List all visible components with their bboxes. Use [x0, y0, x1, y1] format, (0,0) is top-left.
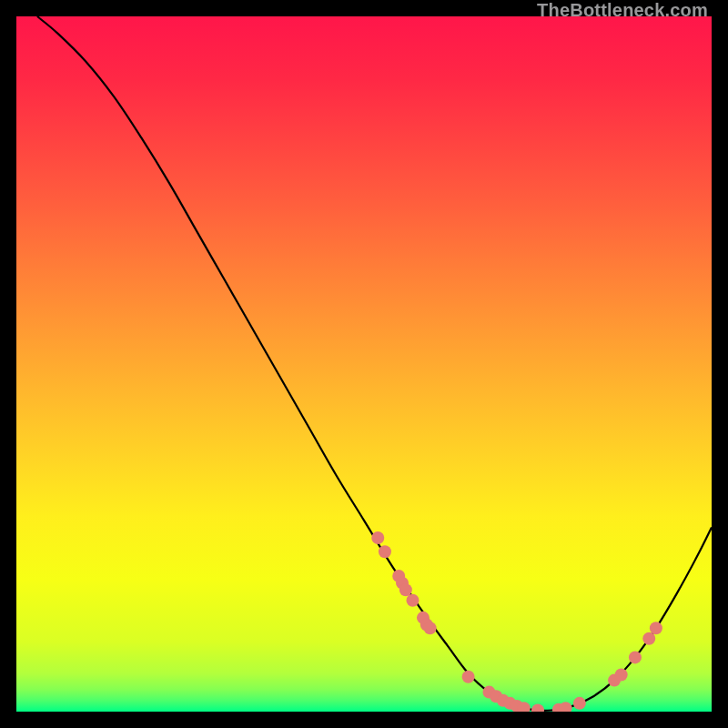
scatter-dot	[615, 669, 628, 682]
chart-area	[16, 16, 712, 712]
scatter-dot	[379, 545, 391, 558]
scatter-dot	[462, 671, 475, 683]
scatter-dot	[399, 583, 412, 596]
scatter-dot	[650, 622, 662, 634]
bottleneck-chart	[16, 16, 712, 712]
scatter-dot	[642, 632, 655, 645]
scatter-dot	[406, 594, 419, 607]
scatter-dot	[573, 697, 586, 710]
watermark-text: TheBottleneck.com	[537, 0, 708, 21]
scatter-dot	[371, 531, 384, 544]
scatter-dot	[629, 651, 642, 663]
chart-background	[16, 16, 712, 712]
scatter-dot	[424, 622, 437, 634]
